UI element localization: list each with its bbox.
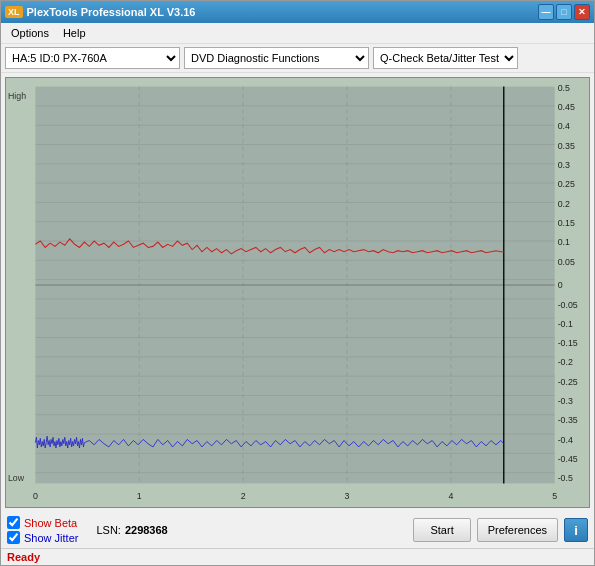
main-window: XL PlexTools Professional XL V3.16 — □ ✕…: [0, 0, 595, 566]
svg-text:0: 0: [33, 491, 38, 501]
svg-text:5: 5: [552, 491, 557, 501]
maximize-button[interactable]: □: [556, 4, 572, 20]
show-jitter-row: Show Jitter: [7, 531, 78, 544]
title-bar-left: XL PlexTools Professional XL V3.16: [5, 6, 195, 18]
svg-text:3: 3: [345, 491, 350, 501]
svg-text:0.3: 0.3: [558, 160, 570, 170]
lsn-label: LSN:: [96, 524, 120, 536]
svg-text:-0.5: -0.5: [558, 473, 573, 483]
svg-text:0.05: 0.05: [558, 256, 575, 266]
svg-text:4: 4: [448, 491, 453, 501]
chart-area: 0.5 0.45 0.4 0.35 0.3 0.25 0.2 0.15 0.1 …: [5, 77, 590, 508]
test-select[interactable]: Q-Check Beta/Jitter Test: [373, 47, 518, 69]
svg-text:0.4: 0.4: [558, 121, 570, 131]
svg-text:High: High: [8, 91, 26, 101]
svg-text:2: 2: [241, 491, 246, 501]
title-bar: XL PlexTools Professional XL V3.16 — □ ✕: [1, 1, 594, 23]
show-beta-checkbox[interactable]: [7, 516, 20, 529]
svg-text:-0.25: -0.25: [558, 376, 578, 386]
svg-text:-0.45: -0.45: [558, 454, 578, 464]
svg-text:0: 0: [558, 280, 563, 290]
menu-bar: Options Help: [1, 23, 594, 44]
svg-text:-0.35: -0.35: [558, 415, 578, 425]
window-controls: — □ ✕: [538, 4, 590, 20]
info-button[interactable]: i: [564, 518, 588, 542]
preferences-button[interactable]: Preferences: [477, 518, 558, 542]
svg-text:-0.2: -0.2: [558, 357, 573, 367]
minimize-button[interactable]: —: [538, 4, 554, 20]
menu-options[interactable]: Options: [5, 25, 55, 41]
svg-text:0.15: 0.15: [558, 218, 575, 228]
svg-text:0.25: 0.25: [558, 179, 575, 189]
show-beta-label: Show Beta: [24, 517, 77, 529]
close-button[interactable]: ✕: [574, 4, 590, 20]
lsn-area: LSN: 2298368: [96, 524, 167, 536]
show-jitter-label: Show Jitter: [24, 532, 78, 544]
svg-text:-0.15: -0.15: [558, 338, 578, 348]
app-logo: XL: [5, 6, 23, 18]
svg-text:0.5: 0.5: [558, 83, 570, 93]
svg-text:-0.4: -0.4: [558, 434, 573, 444]
svg-text:0.45: 0.45: [558, 102, 575, 112]
start-button[interactable]: Start: [413, 518, 470, 542]
svg-text:0.1: 0.1: [558, 237, 570, 247]
svg-text:0.2: 0.2: [558, 198, 570, 208]
show-jitter-checkbox[interactable]: [7, 531, 20, 544]
svg-text:-0.3: -0.3: [558, 396, 573, 406]
svg-text:-0.1: -0.1: [558, 318, 573, 328]
right-buttons: Start Preferences i: [413, 518, 588, 542]
window-title: PlexTools Professional XL V3.16: [27, 6, 196, 18]
chart-svg: 0.5 0.45 0.4 0.35 0.3 0.25 0.2 0.15 0.1 …: [6, 78, 589, 507]
svg-text:-0.05: -0.05: [558, 299, 578, 309]
show-beta-row: Show Beta: [7, 516, 78, 529]
status-bar: Ready: [1, 548, 594, 565]
menu-help[interactable]: Help: [57, 25, 92, 41]
function-select[interactable]: DVD Diagnostic Functions: [184, 47, 369, 69]
svg-text:1: 1: [137, 491, 142, 501]
checkbox-group: Show Beta Show Jitter: [7, 516, 78, 544]
svg-text:Low: Low: [8, 473, 24, 483]
toolbar: HA:5 ID:0 PX-760A DVD Diagnostic Functio…: [1, 44, 594, 73]
svg-text:0.35: 0.35: [558, 140, 575, 150]
status-text: Ready: [7, 551, 40, 563]
lsn-value: 2298368: [125, 524, 168, 536]
bottom-bar: Show Beta Show Jitter LSN: 2298368 Start…: [1, 512, 594, 548]
drive-select[interactable]: HA:5 ID:0 PX-760A: [5, 47, 180, 69]
